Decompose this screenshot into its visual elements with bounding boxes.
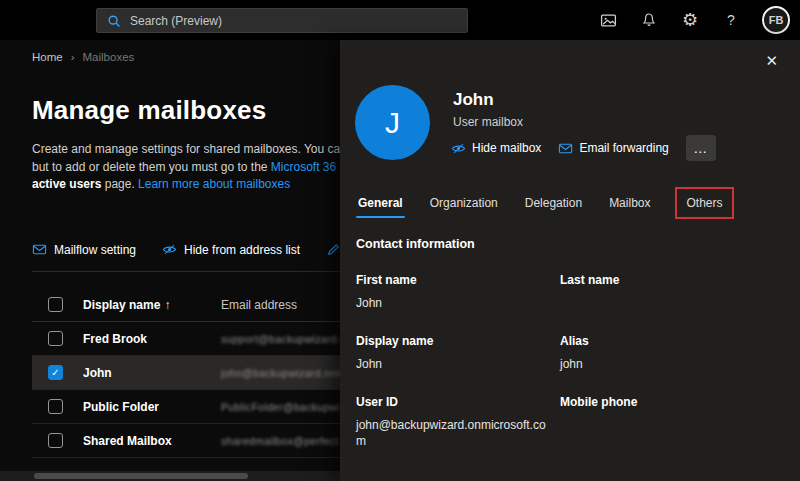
row-display-name: Shared Mailbox <box>83 434 221 448</box>
pencil-icon <box>326 242 341 257</box>
breadcrumb-home[interactable]: Home <box>32 51 63 63</box>
tab-others[interactable]: Others <box>675 187 733 219</box>
eye-off-icon <box>162 242 177 257</box>
more-actions-button[interactable]: … <box>686 135 716 161</box>
select-all-checkbox[interactable]: ✓ <box>48 297 63 312</box>
row-display-name: John <box>83 366 221 380</box>
user-avatar: J <box>355 85 430 160</box>
row-display-name: Fred Brook <box>83 332 221 346</box>
eye-off-icon <box>451 141 466 156</box>
mailbox-toolbar: Mailflow setting Hide from address list … <box>32 242 365 257</box>
hide-mailbox-button[interactable]: Hide mailbox <box>451 141 541 156</box>
field-label: Last name <box>560 273 780 287</box>
horizontal-scrollbar-thumb[interactable] <box>34 473 248 479</box>
field-value: John <box>356 356 546 372</box>
panel-user-name: John <box>453 90 494 110</box>
sort-ascending-icon: ↑ <box>164 298 170 312</box>
breadcrumb-current: Mailboxes <box>83 51 135 63</box>
field-label: First name <box>356 273 560 287</box>
field-first-name: First name John <box>356 273 560 311</box>
tab-organization[interactable]: Organization <box>428 189 500 217</box>
field-user-id: User ID john@backupwizard.onmicrosoft.co… <box>356 395 560 449</box>
panel-mailbox-type: User mailbox <box>453 115 523 129</box>
chevron-right-icon: › <box>71 51 75 63</box>
topbar: Search (Preview) ⚙ ? FB <box>0 0 800 40</box>
field-value: John <box>356 295 546 311</box>
microsoft365-link[interactable]: Microsoft 36 <box>271 160 336 174</box>
help-icon[interactable]: ? <box>721 10 741 30</box>
close-icon[interactable]: ✕ <box>765 53 778 68</box>
field-value <box>560 295 750 310</box>
field-value: john <box>560 356 750 372</box>
exchange-admin-screen: Search (Preview) ⚙ ? FB Home › Mailboxes… <box>0 0 800 481</box>
topbar-actions: ⚙ ? FB <box>598 0 790 40</box>
contact-information-heading: Contact information <box>356 237 475 251</box>
mailflow-setting-label: Mailflow setting <box>54 243 136 257</box>
active-users-text: active users <box>32 177 101 191</box>
page-description: Create and manage settings for shared ma… <box>32 141 347 194</box>
hide-mailbox-label: Hide mailbox <box>472 141 541 155</box>
ellipsis-icon: … <box>693 140 708 156</box>
field-value <box>560 417 750 432</box>
mailbox-details-panel: ✕ J John User mailbox Hide mailbox Email… <box>340 40 800 481</box>
search-placeholder: Search (Preview) <box>130 14 222 28</box>
panel-quick-actions: Hide mailbox Email forwarding … <box>451 135 716 161</box>
page-title: Manage mailboxes <box>32 95 266 126</box>
field-label: Alias <box>560 334 780 348</box>
envelope-icon <box>32 242 47 257</box>
row-checkbox[interactable]: ✓ <box>48 331 63 346</box>
email-forwarding-button[interactable]: Email forwarding <box>558 141 668 156</box>
field-value: john@backupwizard.onmicrosoft.com <box>356 417 546 449</box>
tab-delegation[interactable]: Delegation <box>523 189 584 217</box>
breadcrumb: Home › Mailboxes <box>32 51 134 63</box>
field-mobile-phone: Mobile phone <box>560 395 780 449</box>
description-line-2-text: but to add or delete them you must go to… <box>32 160 271 174</box>
learn-more-link[interactable]: Learn more about mailboxes <box>138 177 290 191</box>
description-line-2: but to add or delete them you must go to… <box>32 159 347 177</box>
panel-tabs: General Organization Delegation Mailbox … <box>356 187 734 219</box>
row-checkbox[interactable]: ✓ <box>48 365 63 380</box>
field-label: Mobile phone <box>560 395 780 409</box>
settings-gear-icon[interactable]: ⚙ <box>680 10 700 30</box>
email-forwarding-label: Email forwarding <box>579 141 668 155</box>
mailflow-setting-button[interactable]: Mailflow setting <box>32 242 136 257</box>
notifications-icon[interactable] <box>639 10 659 30</box>
row-checkbox[interactable]: ✓ <box>48 433 63 448</box>
field-label: Display name <box>356 334 560 348</box>
description-line-3: active users page. Learn more about mail… <box>32 176 347 194</box>
account-avatar[interactable]: FB <box>762 6 790 34</box>
envelope-icon <box>558 141 573 156</box>
tab-general[interactable]: General <box>356 189 405 217</box>
contact-fields: First name John Last name Display name J… <box>356 273 780 449</box>
row-checkbox[interactable]: ✓ <box>48 399 63 414</box>
description-line-3-text: page. <box>101 177 138 191</box>
search-icon <box>107 14 121 28</box>
field-display-name: Display name John <box>356 334 560 372</box>
tab-mailbox[interactable]: Mailbox <box>607 189 652 217</box>
description-line-1: Create and manage settings for shared ma… <box>32 141 347 159</box>
field-alias: Alias john <box>560 334 780 372</box>
hide-from-address-list-label: Hide from address list <box>184 243 300 257</box>
display-name-header[interactable]: Display name↑ <box>83 298 221 312</box>
horizontal-scrollbar[interactable] <box>0 471 340 481</box>
hide-from-address-list-button[interactable]: Hide from address list <box>162 242 300 257</box>
row-display-name: Public Folder <box>83 400 221 414</box>
field-last-name: Last name <box>560 273 780 311</box>
field-label: User ID <box>356 395 560 409</box>
search-input[interactable]: Search (Preview) <box>96 8 468 33</box>
media-icon[interactable] <box>598 10 618 30</box>
